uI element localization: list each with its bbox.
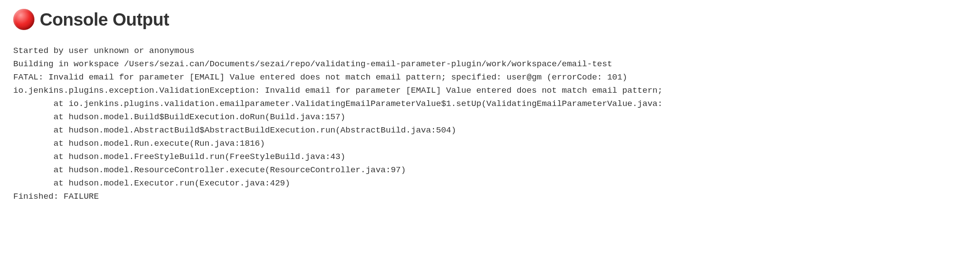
console-header: Console Output bbox=[13, 9, 967, 30]
status-ball-red-icon bbox=[13, 9, 34, 30]
page-title: Console Output bbox=[40, 10, 169, 30]
console-output: Started by user unknown or anonymous Bui… bbox=[13, 44, 967, 203]
